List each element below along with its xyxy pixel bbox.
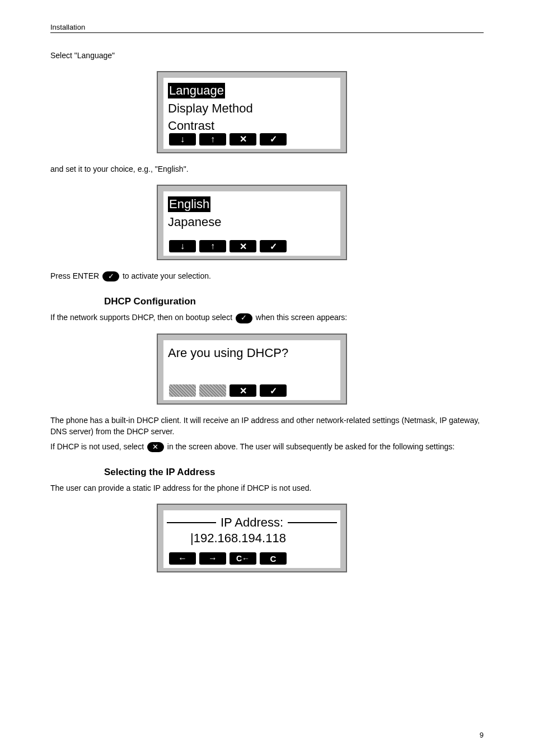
header: Installation [50,22,484,33]
softkey-row: ↓ ↑ ✕ ✓ [169,133,337,145]
lcd-screen-language-menu: Language Display Method Contrast ↓ ↑ ✕ ✓ [157,71,347,153]
softkey-cancel-icon[interactable]: ✕ [229,133,256,145]
header-rule [50,32,484,33]
softkey-down-icon[interactable]: ↓ [169,133,196,145]
divider [288,522,337,523]
paragraph-dhcp-intro: If the network supports DHCP, then on bo… [50,312,484,323]
ip-value-text: 192.168.194.118 [194,531,286,545]
header-title: Installation [50,23,85,31]
menu-item-contrast[interactable]: Contrast [167,118,337,134]
prompt-text: Are you using DHCP? [167,345,337,361]
softkey-clear-icon[interactable]: C [260,552,287,565]
softkey-cancel-icon[interactable]: ✕ [229,384,256,397]
menu-item-label: English [168,196,210,212]
softkey-ok-icon[interactable]: ✓ [260,384,287,397]
menu-item-label: Language [168,83,225,98]
heading-selecting-ip: Selecting the IP Address [104,467,484,478]
softkey-row: ✕ ✓ [169,384,337,397]
text: to activate your selection. [120,271,211,280]
softkey-row: ↓ ↑ ✕ ✓ [169,240,337,252]
paragraph-static-ip: The user can provide a static IP address… [50,482,484,494]
lcd-screen-dhcp-prompt: Are you using DHCP? ✕ ✓ [157,334,347,405]
page: Installation Select "Language" Language … [0,0,534,756]
ip-value[interactable]: |192.168.194.118 [167,530,337,546]
softkey-left-icon[interactable]: ← [169,552,196,565]
paragraph-press-enter: Press ENTER ✓ to activate your selection… [50,270,484,281]
text: If the network supports DHCP, then on bo… [50,313,235,322]
softkey-backspace-icon[interactable]: C← [229,552,256,565]
text: If DHCP is not used, select [50,442,146,451]
text: when this screen appears: [254,313,347,322]
paragraph-dhcp-notused: If DHCP is not used, select ✕ in the scr… [50,441,484,452]
softkey-up-icon[interactable]: ↑ [199,133,226,145]
softkey-disabled [199,384,226,397]
softkey-right-icon[interactable]: → [199,552,226,565]
ok-key-icon: ✓ [236,313,252,323]
lcd-screen-ip-address: IP Address: |192.168.194.118 ← → C← C [157,504,347,572]
menu-item-japanese[interactable]: Japanese [167,214,337,231]
softkey-row: ← → C← C [169,552,337,565]
divider [167,522,216,523]
softkey-disabled [169,384,196,397]
softkey-up-icon[interactable]: ↑ [199,240,226,252]
softkey-ok-icon[interactable]: ✓ [260,133,287,145]
softkey-down-icon[interactable]: ↓ [169,240,196,252]
paragraph-select-language: Select "Language" [50,50,484,61]
ip-title-row: IP Address: [167,515,337,530]
softkey-cancel-icon[interactable]: ✕ [229,240,256,252]
menu-item-language[interactable]: Language [167,82,337,99]
text: in the screen above. The user will subse… [165,442,455,451]
text: Press ENTER [50,271,101,280]
paragraph-set-language: and set it to your choice, e.g., "Englis… [50,163,484,175]
menu-item-english[interactable]: English [167,196,337,213]
ip-title-label: IP Address: [221,515,283,530]
enter-key-icon: ✓ [102,271,119,281]
lcd-screen-language-choice: English Japanese ↓ ↑ ✕ ✓ [157,185,347,260]
softkey-ok-icon[interactable]: ✓ [260,240,287,252]
page-number: 9 [480,731,484,739]
heading-dhcp-configuration: DHCP Configuration [104,296,484,307]
paragraph-dhcp-explain: The phone has a built-in DHCP client. It… [50,415,484,438]
cancel-key-icon: ✕ [147,442,164,452]
menu-item-display-method[interactable]: Display Method [167,100,337,117]
